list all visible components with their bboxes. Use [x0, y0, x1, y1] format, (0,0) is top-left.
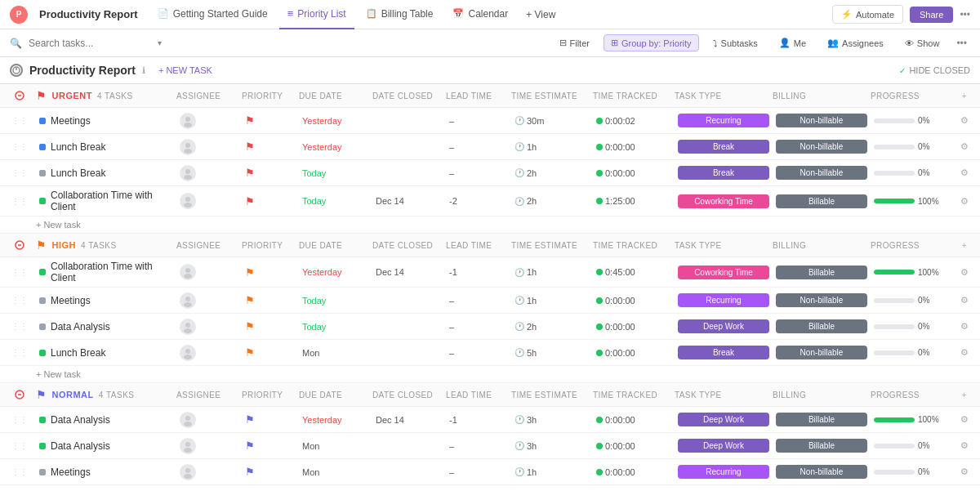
svg-point-10	[185, 197, 190, 202]
progress-fill	[874, 270, 915, 275]
section-add-icon[interactable]: +	[952, 391, 977, 399]
time-tracked: 0:45:00	[605, 267, 635, 277]
automate-icon: ⚡	[841, 9, 853, 20]
automate-button[interactable]: ⚡ Automate	[832, 5, 903, 24]
more-toolbar-icon[interactable]: •••	[953, 38, 970, 49]
task-name-label: Data Analysis	[51, 440, 110, 452]
svg-point-27	[184, 448, 192, 453]
clock-icon: 🕐	[514, 322, 524, 331]
progress-cell: 0%	[874, 296, 949, 305]
row-settings-icon[interactable]: ⚙	[960, 440, 969, 451]
row-settings-icon[interactable]: ⚙	[960, 321, 969, 332]
assignees-button[interactable]: 👥 Assignees	[820, 34, 891, 51]
row-settings-icon[interactable]: ⚙	[960, 466, 969, 477]
me-icon: 👤	[779, 38, 791, 48]
project-info-icon: ℹ	[142, 65, 145, 76]
section-collapse-icon[interactable]	[3, 240, 36, 250]
row-settings-icon[interactable]: ⚙	[960, 141, 969, 152]
assignee-avatar	[180, 165, 196, 181]
filter-button[interactable]: ⊟ Filter	[552, 34, 597, 51]
top-navigation: P Productivity Report 📄 Getting Started …	[0, 0, 980, 29]
table-row: ⋮⋮ Lunch Break ⚑ Mon	[0, 340, 980, 366]
row-settings-icon[interactable]: ⚙	[960, 167, 969, 178]
time-estimate: 1h	[527, 142, 537, 152]
col-date-closed: DATE CLOSED	[372, 391, 446, 399]
more-options-icon[interactable]: •••	[960, 9, 970, 20]
col-billing: BILLING	[773, 92, 871, 100]
task-type-badge: Coworking Time	[678, 266, 769, 279]
row-settings-icon[interactable]: ⚙	[960, 196, 969, 207]
section-collapse-icon[interactable]	[3, 91, 36, 100]
col-billing: BILLING	[773, 241, 871, 250]
section-collapse-icon[interactable]	[3, 390, 36, 399]
lead-time: –	[449, 168, 454, 178]
subtasks-button[interactable]: ⤵ Subtasks	[706, 35, 765, 51]
add-view-button[interactable]: + View	[519, 9, 562, 20]
row-settings-icon[interactable]: ⚙	[960, 267, 969, 278]
table-row: ⋮⋮ Meetings ⚑ Mon	[0, 459, 980, 485]
row-settings-icon[interactable]: ⚙	[960, 347, 969, 358]
tab-calendar[interactable]: 📅 Calendar	[444, 0, 516, 29]
drag-handle-icon: ⋮⋮	[11, 116, 28, 125]
billing-badge: Billable	[776, 319, 867, 333]
table-row: ⋮⋮ Lunch Break ⚑ Yesterday	[0, 134, 980, 160]
lead-time: –	[449, 441, 454, 451]
me-button[interactable]: 👤 Me	[772, 34, 813, 51]
row-settings-icon[interactable]: ⚙	[960, 295, 969, 306]
tracked-dot-icon	[596, 350, 603, 356]
billing-badge: Non-billable	[776, 166, 867, 180]
task-name-label: Meetings	[51, 295, 91, 306]
task-status-dot	[39, 170, 46, 176]
tab-billing-table[interactable]: 📋 Billing Table	[358, 0, 442, 29]
priority-flag-icon: ⚑	[245, 141, 255, 153]
progress-cell: 100%	[874, 268, 949, 277]
progress-pct: 0%	[918, 296, 929, 305]
task-type-badge: Deep Work	[678, 413, 769, 426]
due-date: Today	[302, 168, 326, 178]
filter-icon: ⊟	[559, 38, 567, 48]
col-due-date: DUE DATE	[299, 92, 372, 100]
task-status-dot	[39, 198, 46, 204]
lead-time: –	[449, 467, 454, 477]
row-settings-icon[interactable]: ⚙	[960, 115, 969, 126]
task-type-badge: Break	[678, 166, 769, 180]
due-date: Yesterday	[302, 142, 342, 152]
new-task-row[interactable]: + New task	[0, 216, 980, 234]
hide-closed-button[interactable]: ✓ HIDE CLOSED	[899, 65, 970, 75]
new-task-button[interactable]: + NEW TASK	[158, 65, 212, 75]
progress-bar	[874, 350, 915, 355]
section-add-icon[interactable]: +	[952, 241, 977, 250]
new-task-row[interactable]: + New task	[0, 366, 980, 383]
progress-pct: 0%	[918, 467, 929, 476]
task-status-dot	[39, 297, 46, 304]
clock-icon: 🕐	[514, 296, 524, 305]
tab-getting-started[interactable]: 📄 Getting Started Guide	[149, 0, 276, 29]
task-type-badge: Deep Work	[678, 319, 769, 333]
tracked-dot-icon	[596, 324, 603, 330]
show-icon: 👁	[905, 38, 914, 48]
search-input[interactable]	[29, 38, 151, 49]
assignee-avatar	[180, 438, 196, 454]
task-name-label: Data Analysis	[51, 414, 110, 426]
task-table: ⚑ URGENT 4 TASKS ASSIGNEE PRIORITY DUE D…	[0, 84, 980, 485]
svg-point-26	[185, 442, 190, 447]
show-button[interactable]: 👁 Show	[898, 35, 947, 51]
progress-bar	[874, 444, 915, 449]
group-by-button[interactable]: ⊞ Group by: Priority	[604, 34, 699, 51]
due-date: Yesterday	[302, 116, 342, 126]
section-add-icon[interactable]: +	[952, 92, 977, 100]
drag-handle-icon: ⋮⋮	[11, 348, 28, 357]
task-status-dot	[39, 417, 46, 423]
row-settings-icon[interactable]: ⚙	[960, 414, 969, 425]
tab-priority-list[interactable]: ≡ Priority List	[279, 0, 354, 29]
progress-pct: 100%	[918, 415, 939, 424]
tracked-dot-icon	[596, 144, 603, 150]
progress-cell: 0%	[874, 142, 949, 151]
section-normal: ⚑ NORMAL 4 TASKS ASSIGNEE PRIORITY DUE D…	[0, 383, 980, 485]
task-type-badge: Coworking Time	[678, 194, 769, 208]
progress-bar	[874, 171, 915, 176]
assignee-avatar	[180, 113, 196, 129]
share-button[interactable]: Share	[910, 7, 953, 23]
search-chevron-icon[interactable]: ▾	[158, 38, 162, 47]
section-header-urgent: ⚑ URGENT 4 TASKS ASSIGNEE PRIORITY DUE D…	[0, 84, 980, 108]
